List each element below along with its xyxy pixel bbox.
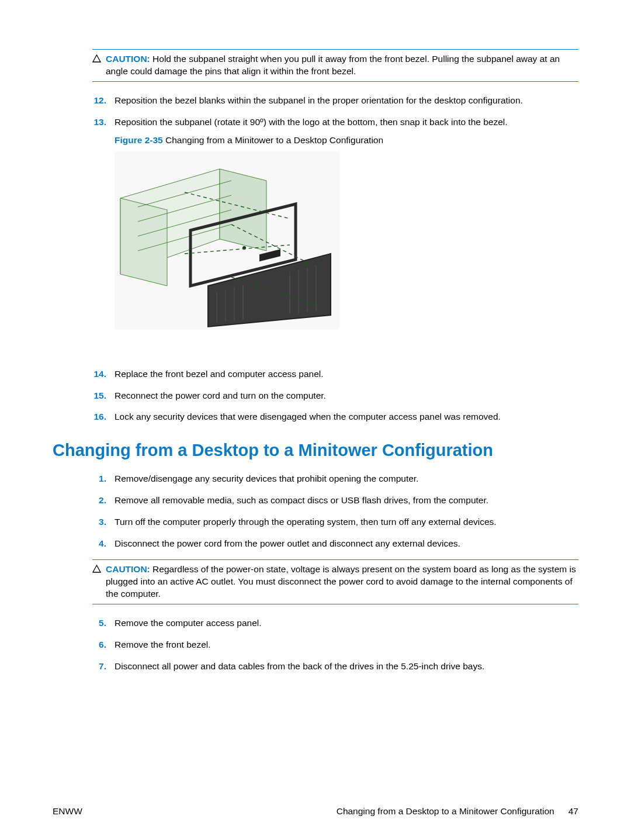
step-15: 15. Reconnect the power cord and turn on… [92,390,578,402]
step-text: Disconnect all power and data cables fro… [115,661,578,673]
figure-caption-text: Changing from a Minitower to a Desktop C… [165,135,383,145]
caution-text: Hold the subpanel straight when you pull… [106,54,560,76]
svg-marker-2 [220,169,266,251]
figure-label: Figure 2-35 [115,135,163,145]
step-number: 4. [92,538,106,550]
step-3: 3. Turn off the computer properly throug… [92,516,578,528]
step-text: Lock any security devices that were dise… [115,411,578,423]
step-text: Remove/disengage any security devices th… [115,473,578,485]
step-text: Remove the front bezel. [115,639,578,651]
step-text: Remove all removable media, such as comp… [115,495,578,507]
figure-caption: Figure 2-35 Changing from a Minitower to… [115,134,578,147]
upper-content-block: CAUTION: Hold the subpanel straight when… [92,49,578,423]
step-text: Replace the front bezel and computer acc… [115,368,578,381]
step-number: 6. [92,639,106,651]
svg-marker-24 [93,565,100,572]
caution-text: Regardless of the power-on state, voltag… [106,564,576,599]
step-number: 2. [92,495,106,507]
caution-text-wrap: CAUTION: Hold the subpanel straight when… [106,53,578,78]
step-text: Remove the computer access panel. [115,617,578,630]
section-heading: Changing from a Desktop to a Minitower C… [53,441,578,460]
document-page: CAUTION: Hold the subpanel straight when… [0,0,631,840]
step-16: 16. Lock any security devices that were … [92,411,578,423]
caution-text-wrap: CAUTION: Regardless of the power-on stat… [106,564,578,600]
caution-box-2: CAUTION: Regardless of the power-on stat… [92,559,578,604]
step-4: 4. Disconnect the power cord from the po… [92,538,578,550]
caution-icon [92,565,101,573]
step-13: 13. Reposition the subpanel (rotate it 9… [92,116,578,359]
figure-image [115,151,339,330]
step-number: 14. [92,368,106,381]
footer-section-title: Changing from a Desktop to a Minitower C… [337,806,554,817]
step-number: 3. [92,516,106,528]
caution-icon [92,54,101,63]
caution-label: CAUTION: [106,564,150,574]
step-text: Disconnect the power cord from the power… [115,538,578,550]
step-text: Reposition the bezel blanks within the s… [115,95,578,107]
page-footer: ENWW Changing from a Desktop to a Minito… [53,806,578,817]
caution-label: CAUTION: [106,54,150,64]
step-1: 1. Remove/disengage any security devices… [92,473,578,485]
step-number: 1. [92,473,106,485]
step-12: 12. Reposition the bezel blanks within t… [92,95,578,107]
step-14: 14. Replace the front bezel and computer… [92,368,578,381]
step-number: 5. [92,617,106,630]
step-text: Reposition the subpanel (rotate it 90º) … [115,116,578,129]
step-2: 2. Remove all removable media, such as c… [92,495,578,507]
step-number: 12. [92,95,106,107]
step-7: 7. Disconnect all power and data cables … [92,661,578,673]
step-text: Turn off the computer properly through t… [115,516,578,528]
step-6: 6. Remove the front bezel. [92,639,578,651]
footer-right: Changing from a Desktop to a Minitower C… [337,806,578,817]
svg-rect-19 [259,249,280,261]
svg-marker-0 [93,55,100,62]
step-body: Reposition the subpanel (rotate it 90º) … [115,116,578,359]
footer-left: ENWW [53,806,82,817]
step-number: 15. [92,390,106,402]
step-number: 13. [92,116,106,359]
footer-page-number: 47 [568,806,578,817]
step-5: 5. Remove the computer access panel. [92,617,578,630]
lower-content-block: 1. Remove/disengage any security devices… [92,473,578,672]
caution-box-1: CAUTION: Hold the subpanel straight when… [92,49,578,82]
step-number: 7. [92,661,106,673]
svg-marker-3 [120,198,167,286]
step-text: Reconnect the power cord and turn on the… [115,390,578,402]
step-number: 16. [92,411,106,423]
